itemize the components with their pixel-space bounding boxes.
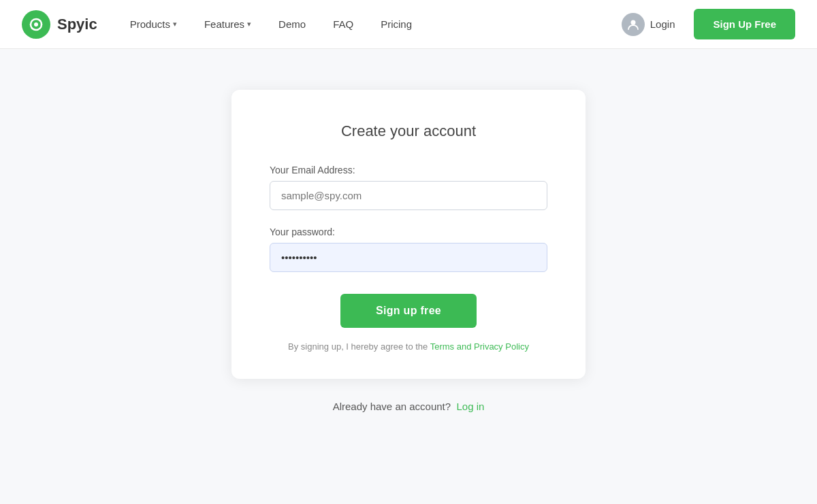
demo-label: Demo: [278, 18, 306, 30]
chevron-down-icon: ▾: [247, 20, 251, 29]
brand-logo[interactable]: Spyic: [22, 10, 97, 39]
login-label: Login: [650, 18, 675, 30]
logo-icon: [22, 10, 50, 39]
already-prefix: Already have an account?: [333, 401, 451, 412]
already-account-text: Already have an account? Log in: [333, 401, 485, 412]
nav-right: Login Sign Up Free: [613, 7, 795, 41]
password-group: Your password:: [270, 226, 547, 272]
products-label: Products: [130, 18, 170, 30]
email-label: Your Email Address:: [270, 165, 547, 175]
password-input[interactable]: [270, 243, 547, 272]
nav-item-features[interactable]: Features ▾: [193, 13, 262, 35]
pricing-label: Pricing: [381, 18, 412, 30]
submit-button[interactable]: Sign up free: [340, 294, 477, 328]
user-icon: [622, 13, 645, 36]
password-label: Your password:: [270, 226, 547, 237]
svg-point-0: [34, 22, 38, 27]
features-label: Features: [204, 18, 244, 30]
nav-item-pricing[interactable]: Pricing: [370, 13, 423, 35]
login-button[interactable]: Login: [613, 7, 684, 41]
terms-link[interactable]: Terms and Privacy Policy: [430, 341, 529, 352]
brand-name: Spyic: [57, 16, 97, 33]
signup-button[interactable]: Sign Up Free: [694, 9, 795, 39]
email-input[interactable]: [270, 181, 547, 210]
terms-text: By signing up, I hereby agree to the Ter…: [270, 341, 547, 352]
email-group: Your Email Address:: [270, 165, 547, 210]
signup-card: Create your account Your Email Address: …: [231, 90, 586, 379]
nav-item-products[interactable]: Products ▾: [119, 13, 188, 35]
terms-prefix: By signing up, I hereby agree to the: [288, 341, 430, 352]
card-title: Create your account: [270, 122, 547, 140]
nav-item-faq[interactable]: FAQ: [322, 13, 364, 35]
main-content: Create your account Your Email Address: …: [0, 49, 817, 439]
nav-item-demo[interactable]: Demo: [268, 13, 317, 35]
chevron-down-icon: ▾: [173, 20, 177, 29]
svg-point-1: [630, 20, 635, 24]
login-link[interactable]: Log in: [456, 401, 484, 412]
navbar: Spyic Products ▾ Features ▾ Demo FAQ Pri…: [0, 0, 817, 49]
nav-links: Products ▾ Features ▾ Demo FAQ Pricing: [119, 13, 613, 35]
faq-label: FAQ: [333, 18, 353, 30]
